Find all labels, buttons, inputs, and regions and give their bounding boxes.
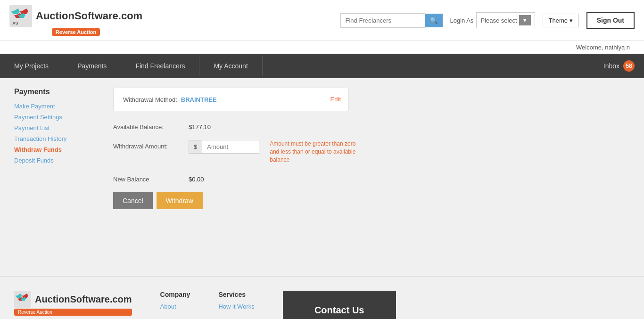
login-as-label: Login As <box>450 17 474 24</box>
nav-item-my-projects[interactable]: My Projects <box>0 56 63 76</box>
withdraw-button[interactable]: Withdraw <box>157 192 203 209</box>
sidebar-link-transaction-history[interactable]: Transaction History <box>14 135 99 142</box>
sidebar-link-make-payment[interactable]: Make Payment <box>14 103 99 110</box>
sidebar-link-withdraw-funds[interactable]: Withdraw Funds <box>14 146 99 153</box>
footer-contact-us[interactable]: Contact Us <box>283 291 396 319</box>
withdrawal-amount-label: Withdrawal Amount: <box>113 140 189 150</box>
amount-input-group: $ <box>189 140 259 154</box>
withdrawal-method-label: Withdrawal Method: <box>123 96 177 103</box>
nav-item-payments[interactable]: Payments <box>63 56 121 76</box>
sidebar-title: Payments <box>14 88 99 96</box>
action-buttons: Cancel Withdraw <box>113 192 630 209</box>
footer-logo-icon <box>14 291 31 308</box>
login-as-group: Login As Please select ▼ <box>450 12 535 28</box>
navbar: My Projects Payments Find Freelancers My… <box>0 54 644 78</box>
footer-company: Company About <box>160 291 190 312</box>
dollar-sign: $ <box>189 140 202 153</box>
sidebar-link-deposit-funds[interactable]: Deposit Funds <box>14 157 99 164</box>
amount-input-area: $ Amount must be greater than zero and l… <box>189 140 364 164</box>
available-balance-row: Available Balance: $177.10 <box>113 121 396 131</box>
please-select-dropdown[interactable]: Please select ▼ <box>476 12 535 28</box>
svg-text:AS: AS <box>12 21 18 25</box>
nav-item-my-account[interactable]: My Account <box>199 56 262 76</box>
welcome-bar: Welcome, nathiya n <box>0 41 644 54</box>
footer-logo-title: AuctionSoftware.com <box>14 291 132 308</box>
withdrawal-method-value: BRAINTREE <box>181 96 217 103</box>
logo-title: AS AuctionSoftware.com <box>9 5 142 27</box>
available-balance-label: Available Balance: <box>113 121 189 131</box>
header-search: 🔍 <box>340 13 443 28</box>
main-container: Payments Make Payment Payment Settings P… <box>0 78 644 276</box>
cancel-button[interactable]: Cancel <box>113 192 153 209</box>
new-balance-row: New Balance $0.00 <box>113 173 396 183</box>
footer-link-how-it-works[interactable]: How it Works <box>218 303 254 310</box>
header: AS AuctionSoftware.com Reverse Auction 🔍… <box>0 0 644 41</box>
new-balance-label: New Balance <box>113 173 189 183</box>
please-select-value: Please select <box>480 17 517 24</box>
amount-input[interactable] <box>202 140 259 153</box>
available-balance-value: $177.10 <box>189 121 211 131</box>
search-input[interactable] <box>340 13 425 28</box>
sign-out-button[interactable]: Sign Out <box>586 12 635 29</box>
site-name: AuctionSoftware.com <box>36 10 142 22</box>
amount-hint: Amount must be greater than zero and les… <box>270 140 364 164</box>
withdrawal-amount-row: Withdrawal Amount: $ Amount must be grea… <box>113 140 396 164</box>
content-area: Withdrawal Method: BRAINTREE Edit Availa… <box>113 88 630 267</box>
reverse-auction-badge: Reverse Auction <box>52 28 100 36</box>
logo-area: AS AuctionSoftware.com Reverse Auction <box>9 5 142 36</box>
withdrawal-method-card: Withdrawal Method: BRAINTREE Edit <box>113 88 349 111</box>
inbox-label: Inbox <box>603 62 619 70</box>
footer-services-heading: Services <box>218 291 254 298</box>
edit-link[interactable]: Edit <box>330 96 341 103</box>
logo-icon: AS <box>9 5 32 27</box>
footer: AuctionSoftware.com Reverse Auction Comp… <box>0 276 644 319</box>
inbox-area[interactable]: Inbox 58 <box>594 54 644 78</box>
footer-site-name: AuctionSoftware.com <box>35 294 132 305</box>
sidebar-link-payment-list[interactable]: Payment List <box>14 124 99 131</box>
new-balance-value: $0.00 <box>189 173 204 183</box>
footer-company-heading: Company <box>160 291 190 298</box>
footer-contact-label: Contact Us <box>314 305 364 316</box>
search-button[interactable]: 🔍 <box>425 14 443 27</box>
footer-link-about[interactable]: About <box>160 303 190 310</box>
welcome-text: Welcome, nathiya n <box>576 44 630 51</box>
sidebar-link-payment-settings[interactable]: Payment Settings <box>14 114 99 121</box>
dropdown-arrow-icon: ▼ <box>519 15 531 25</box>
footer-logo-area: AuctionSoftware.com Reverse Auction <box>14 291 132 316</box>
inbox-badge: 58 <box>623 60 635 72</box>
sidebar: Payments Make Payment Payment Settings P… <box>14 88 99 267</box>
footer-reverse-auction-badge: Reverse Auction <box>14 309 132 316</box>
nav-item-find-freelancers[interactable]: Find Freelancers <box>121 56 199 76</box>
footer-services: Services How it Works <box>218 291 254 312</box>
theme-button[interactable]: Theme ▾ <box>543 14 579 27</box>
